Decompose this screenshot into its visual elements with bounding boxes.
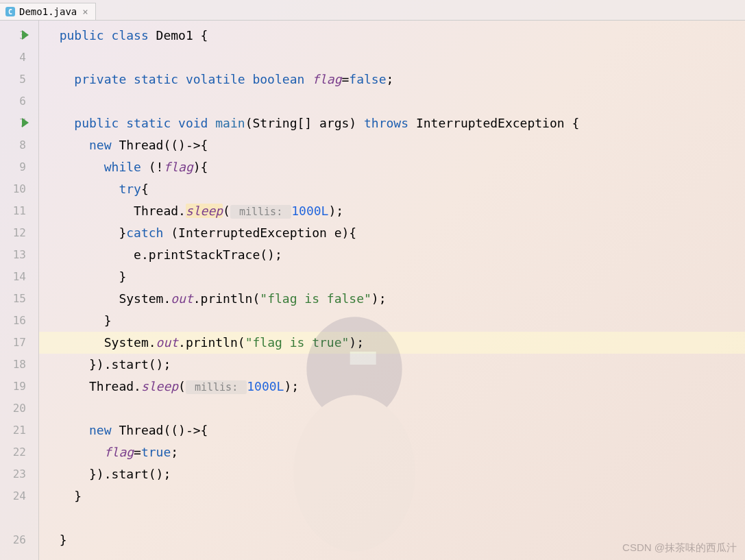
code-line[interactable]: } [39, 485, 745, 507]
token: out [171, 291, 193, 306]
token: (String[] args) [245, 116, 364, 130]
line-number: 12 [0, 222, 38, 244]
code-line[interactable]: new Thread(()->{ [39, 134, 745, 156]
run-gutter-icon[interactable] [22, 118, 29, 127]
code-line[interactable] [39, 398, 745, 419]
code-line[interactable] [39, 507, 745, 529]
token: Thread(()->{ [119, 138, 208, 152]
token: .println( [178, 335, 245, 350]
line-number: 20 [0, 398, 38, 419]
token: System. [104, 335, 156, 350]
token: { [141, 182, 149, 196]
watermark: CSDN @抹茶味的西瓜汁 [622, 541, 737, 555]
code-line[interactable]: flag=true; [39, 441, 745, 463]
token: catch [126, 226, 171, 240]
gutter: 345678910111213141516171819202122232426 [0, 21, 38, 560]
code-line[interactable] [39, 90, 745, 112]
token: "flag is false" [260, 291, 371, 306]
line-number: 5 [0, 69, 38, 90]
token: Thread. [89, 379, 141, 393]
token: = [134, 445, 141, 459]
line-number: 15 [0, 288, 38, 310]
line-number: 18 [0, 354, 38, 376]
token: ; [171, 445, 178, 459]
line-number: 19 [0, 376, 38, 398]
token: { [201, 28, 208, 42]
line-number: 26 [0, 529, 38, 551]
token: millis: [186, 380, 247, 394]
token: true [141, 445, 171, 459]
token: .println( [193, 291, 260, 306]
code-line[interactable]: Thread.sleep( millis: 1000L); [39, 376, 745, 398]
editor-area: 345678910111213141516171819202122232426 … [0, 21, 745, 560]
line-number: 9 [0, 156, 38, 178]
code-line[interactable]: } [39, 266, 745, 288]
code-line[interactable]: while (!flag){ [39, 156, 745, 178]
line-number: 7 [0, 112, 38, 134]
line-number: 6 [0, 90, 38, 112]
token: } [60, 533, 67, 547]
token: InterruptedException { [416, 116, 579, 130]
token: ); [328, 204, 343, 218]
token: } [74, 489, 82, 503]
file-tab[interactable]: C Demo1.java × [0, 3, 96, 20]
line-number: 8 [0, 134, 38, 156]
code-line[interactable] [39, 47, 745, 69]
code-line[interactable]: } [39, 310, 745, 332]
token: }).start(); [89, 467, 171, 481]
token: sleep [141, 379, 178, 393]
token: Thread. [134, 204, 186, 218]
code-line[interactable]: e.printStackTrace(); [39, 244, 745, 266]
code-line[interactable]: System.out.println("flag is false"); [39, 288, 745, 310]
token: public static void [74, 116, 215, 130]
line-number: 3 [0, 25, 38, 47]
line-number: 13 [0, 244, 38, 266]
code-line[interactable]: }catch (InterruptedException e){ [39, 222, 745, 244]
code-line[interactable]: try{ [39, 178, 745, 200]
token: flag [163, 160, 193, 174]
token: System. [119, 291, 171, 306]
token: ); [349, 335, 364, 350]
line-number: 24 [0, 485, 38, 507]
line-number: 16 [0, 310, 38, 332]
line-number: 22 [0, 441, 38, 463]
code-line[interactable]: }).start(); [39, 354, 745, 376]
code-line[interactable]: public static void main(String[] args) t… [39, 112, 745, 134]
token: ( [178, 379, 186, 393]
token: public [60, 28, 112, 42]
token: main [215, 116, 245, 130]
code-line[interactable]: new Thread(()->{ [39, 419, 745, 441]
token: class [112, 28, 156, 42]
line-number: 4 [0, 47, 38, 69]
token: } [104, 313, 112, 328]
token: ); [284, 379, 299, 393]
token: ( [223, 204, 230, 218]
token: ); [371, 291, 387, 306]
token: }).start(); [89, 357, 171, 372]
token: (! [149, 160, 164, 174]
token: while [104, 160, 149, 174]
token: flag [104, 445, 134, 459]
token: Demo1 [156, 28, 201, 42]
token: flag [312, 72, 341, 86]
token: new [89, 423, 119, 437]
token: sleep [186, 204, 223, 218]
code-area[interactable]: public class Demo1 { private static vola… [38, 21, 745, 560]
code-line[interactable]: Thread.sleep( millis: 1000L); [39, 200, 745, 222]
code-line[interactable]: System.out.println("flag is true"); [39, 332, 745, 354]
token: (InterruptedException e){ [171, 226, 356, 240]
token: private static volatile boolean [74, 72, 312, 86]
close-icon[interactable]: × [81, 6, 89, 17]
java-class-icon: C [5, 7, 15, 16]
run-gutter-icon[interactable] [22, 30, 29, 40]
line-number: 11 [0, 200, 38, 222]
token: "flag is true" [245, 335, 350, 350]
token: = [342, 72, 350, 86]
token: millis: [230, 205, 291, 219]
code-line[interactable]: public class Demo1 { [39, 25, 745, 47]
code-line[interactable]: private static volatile boolean flag=fal… [39, 69, 745, 90]
code-line[interactable]: }).start(); [39, 463, 745, 485]
token: 1000L [247, 379, 284, 393]
token: throws [364, 116, 416, 130]
line-number: 21 [0, 419, 38, 441]
